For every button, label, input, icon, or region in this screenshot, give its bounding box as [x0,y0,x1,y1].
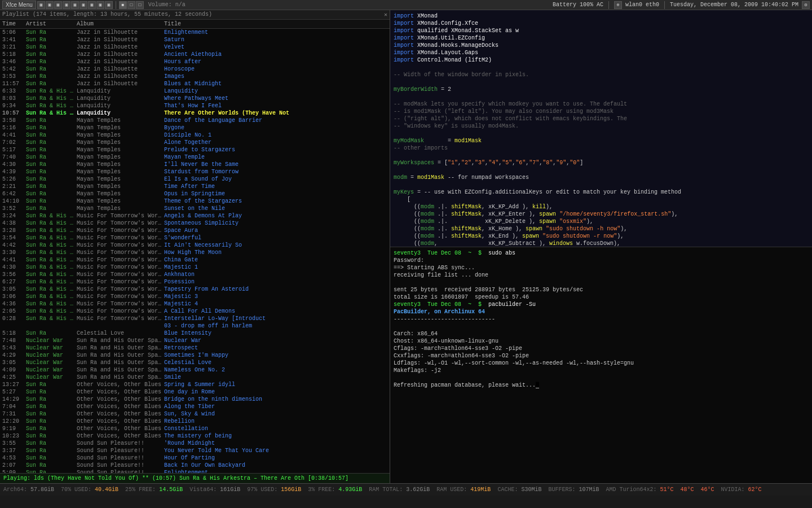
playlist-row[interactable]: 11:57 Sun Ra Jazz in Silhouette Blues at… [0,80,390,87]
settings-icon[interactable]: ⚙ [802,1,810,9]
playlist-row[interactable]: 3:54 Sun Ra & His Arkestra Music For Tom… [0,234,390,242]
playlist-row[interactable]: 4:09 Nuclear War Sun Ra and His Outer Sp… [0,366,390,374]
code-line: import XMonad.Config.Xfce [394,20,809,27]
playlist-row[interactable]: 4:38 Sun Ra & His Arkestra Music For Tom… [0,220,390,227]
playlist-row[interactable]: 4:41 Sun Ra & His Arkestra Music For Tom… [0,256,390,264]
status-item: Vista64: 161GiB [189,487,240,493]
playlist-row[interactable]: 3:53 Sun Ra Jazz in Silhouette Images [0,73,390,80]
xfce-menu-button[interactable]: Xfce Menu [2,1,36,9]
playlist-row[interactable]: 5:09 Sun Ra Sound Sun Pleasure!! Enlight… [0,469,390,473]
code-line [394,130,809,137]
playlist-row[interactable]: 3:05 Nuclear War Sun Ra and His Outer Sp… [0,359,390,366]
playlist-row[interactable]: 3:52 Sun Ra Mayan Temples Sunset on the … [0,205,390,212]
taskbar-icon-3[interactable]: ▣ [54,1,62,9]
playlist-row[interactable]: 6:27 Sun Ra & His Arkestra Music For Tom… [0,278,390,286]
taskbar-icon-4[interactable]: ▣ [63,1,70,9]
playlist-row[interactable]: 4:29 Nuclear War Sun Ra and His Outer Sp… [0,352,390,359]
playlist-row[interactable]: 4:42 Sun Ra & His Arkestra Music For Tom… [0,242,390,249]
code-line: import XMonad.Hooks.ManageDocks [394,42,809,49]
playlist-row[interactable]: 3:28 Sun Ra & His Arkestra Music For Tom… [0,227,390,234]
terminal-line: Password: [394,257,809,264]
playlist-row[interactable]: 3:06 Sun Ra & His Arkestra Music For Tom… [0,293,390,300]
taskbar-icon-6[interactable]: ▣ [80,1,87,9]
playlist-row[interactable]: 5:42 Sun Ra Jazz in Silhouette Horoscope [0,65,390,73]
playlist-row[interactable]: 5:16 Sun Ra Mayan Temples Bygone [0,124,390,132]
playlist-row[interactable]: 9:19 Sun Ra Other Voices, Other Blues Co… [0,425,390,432]
playlist-row[interactable]: 7:31 Sun Ra Other Voices, Other Blues Su… [0,410,390,418]
playlist-row[interactable]: 12:20 Sun Ra Other Voices, Other Blues R… [0,418,390,425]
workspace-icon-3[interactable]: □ [136,1,144,9]
playlist-row[interactable]: 10:23 Sun Ra Other Voices, Other Blues T… [0,432,390,440]
code-line [394,167,809,174]
workspace-icon-1[interactable]: ■ [119,1,127,9]
status-item: 25% FREE: 14.5GiB [125,487,183,493]
code-line: -- other imports [394,144,809,152]
taskbar-icon-9[interactable]: ▣ [105,1,113,9]
playlist-scroll[interactable]: 5:06 Sun Ra Jazz in Silhouette Enlighten… [0,29,390,473]
code-line: import Control.Monad (liftM2) [394,56,809,64]
playlist-row[interactable]: 3:05 Sun Ra & His Arkestra Music For Tom… [0,286,390,293]
playlist-row[interactable]: 3:37 Sun Ra Sound Sun Pleasure!! You Nev… [0,447,390,454]
terminal[interactable]: seventy3 Tue Dec 08 ~ $ sudo absPassword… [390,247,812,484]
playlist-row[interactable]: 5:43 Nuclear War Sun Ra and His Outer Sp… [0,344,390,352]
playlist-row[interactable]: 7:40 Sun Ra Mayan Temples Mayan Temple [0,154,390,161]
workspace-icon-2[interactable]: □ [127,1,135,9]
playlist-row[interactable]: 14:10 Sun Ra Mayan Temples Theme of the … [0,198,390,205]
playlist-row[interactable]: 2:21 Sun Ra Mayan Temples Time After Tim… [0,183,390,190]
playlist-row[interactable]: 6:33 Sun Ra & His Arkestra Lanquidity La… [0,87,390,95]
playlist-row[interactable]: 3:41 Sun Ra Jazz in Silhouette Saturn [0,36,390,43]
taskbar-icon-5[interactable]: ▣ [71,1,79,9]
playlist-row[interactable]: 7:04 Sun Ra Other Voices, Other Blues Al… [0,403,390,410]
playlist-row[interactable]: 4:39 Sun Ra Mayan Temples Stardust from … [0,168,390,176]
terminal-line: Chost: x86_64-unknown-linux-gnu [394,338,809,345]
playlist-row[interactable]: 4:36 Sun Ra & His Arkestra Music For Tom… [0,300,390,308]
playlist-row[interactable]: 3:56 Sun Ra & His Arkestra Music For Tom… [0,271,390,278]
playlist-row[interactable]: 13:27 Sun Ra Other Voices, Other Blues S… [0,381,390,388]
playlist-row[interactable]: 3:30 Sun Ra & His Arkestra Music For Tom… [0,249,390,256]
playlist-row[interactable]: 4:30 Sun Ra Mayan Temples I'll Never Be … [0,161,390,168]
playlist-row[interactable]: 9:34 Sun Ra & His Arkestra Lanquidity Th… [0,102,390,110]
playlist-row[interactable]: 5:18 Sun Ra Jazz in Silhouette Ancient A… [0,51,390,58]
playlist-row[interactable]: 3:55 Sun Ra Sound Sun Pleasure!! 'Round … [0,440,390,447]
terminal-line: Makeflags: -j2 [394,367,809,374]
playlist-row[interactable]: 3:21 Sun Ra Jazz in Silhouette Velvet [0,43,390,51]
playlist-row[interactable]: 6:42 Sun Ra Mayan Temples Opus in Spring… [0,190,390,198]
playlist-close[interactable]: ✕ [384,11,387,18]
status-item: 3% FREE: 4.93GiB [308,487,362,493]
playlist-row[interactable]: 10:57 Sun Ra & His Arkestra Lanquidity T… [0,110,390,117]
playlist-row[interactable]: 5:06 Sun Ra Jazz in Silhouette Enlighten… [0,29,390,36]
playlist-row[interactable]: 4:25 Nuclear War Sun Ra and His Outer Sp… [0,374,390,381]
code-line: ((modm .|. shiftMask, xK_KP_Enter ), spa… [394,211,809,218]
network-icon[interactable]: ⊕ [614,1,622,9]
playlist-row[interactable]: 5:27 Sun Ra Other Voices, Other Blues On… [0,388,390,396]
playlist-row[interactable]: 5:26 Sun Ra Mayan Temples El Is a Sound … [0,176,390,183]
code-editor[interactable]: import XMonadimport XMonad.Config.Xfceim… [390,10,812,247]
playlist-row[interactable]: 2:05 Sun Ra & His Arkestra Music For Tom… [0,308,390,315]
status-item: 97% USED: 156GiB [247,487,301,493]
playlist-row[interactable]: 3:58 Sun Ra Mayan Temples Dance of the L… [0,117,390,124]
taskbar-icon-7[interactable]: ▣ [88,1,96,9]
code-line: import qualified XMonad.StackSet as w [394,27,809,34]
playlist-row[interactable]: 14:29 Sun Ra Other Voices, Other Blues B… [0,396,390,403]
clock: Tuesday, December 08, 2009 10:40:02 PM [670,2,798,8]
playlist-row[interactable]: 5:17 Sun Ra Mayan Temples Prelude to Sta… [0,146,390,154]
playlist-row[interactable]: 7:48 Nuclear War Sun Ra and His Outer Sp… [0,337,390,344]
playlist-row[interactable]: 7:02 Sun Ra Mayan Temples Alone Together [0,139,390,146]
code-line: -- ("right alt"), which does not conflic… [394,115,809,122]
playlist-row[interactable]: 4:30 Sun Ra & His Arkestra Music For Tom… [0,264,390,271]
playlist-row[interactable]: 8:03 Sun Ra & His Arkestra Lanquidity Wh… [0,95,390,102]
volume-label: Volume: n/a [148,2,186,8]
battery-status: Battery 100% AC [553,2,603,8]
playlist-row[interactable]: 5:18 Sun Ra Celestial Love Blue Intensit… [0,330,390,337]
playlist-row[interactable]: 3:46 Sun Ra Jazz in Silhouette Hours aft… [0,58,390,65]
playlist-row[interactable]: 4:53 Sun Ra Sound Sun Pleasure!! Hour Of… [0,454,390,462]
taskbar-icon-2[interactable]: ▣ [46,1,54,9]
taskbar-icon-8[interactable]: ▣ [96,1,104,9]
playlist-row[interactable]: 0:28 Sun Ra & His Arkestra Music For Tom… [0,315,390,322]
playlist-row[interactable]: 2:07 Sun Ra Sound Sun Pleasure!! Back In… [0,462,390,469]
taskbar-icon-1[interactable]: ▣ [37,1,45,9]
playlist-row[interactable]: 4:41 Sun Ra Mayan Temples Disciple No. 1 [0,132,390,139]
playlist-row[interactable]: 3:24 Sun Ra & His Arkestra Music For Tom… [0,212,390,220]
playlist-row[interactable]: 03 - drop me off in harlem [0,322,390,330]
terminal-line [394,279,809,286]
